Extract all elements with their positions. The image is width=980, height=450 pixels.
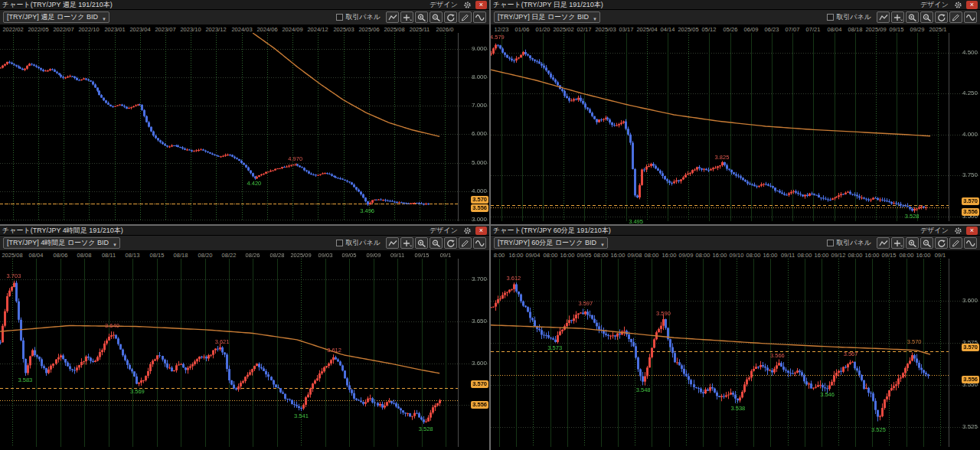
price-annotation-low: 3.495 (629, 219, 643, 224)
wave-button[interactable] (964, 11, 977, 23)
trade-panel-checkbox[interactable] (336, 14, 343, 21)
refresh-button[interactable] (444, 11, 457, 23)
x-axis-label: 2022/02 (2, 26, 23, 33)
add-button[interactable] (400, 11, 413, 23)
zoom-out-button[interactable] (430, 11, 443, 23)
zoom-out-button[interactable] (920, 237, 933, 249)
price-annotation-low: 3.528 (905, 214, 920, 220)
y-axis-label: 7.000 (472, 103, 487, 109)
zigzag-button[interactable] (877, 237, 890, 249)
x-axis-label: 08/20 (198, 252, 213, 259)
y-axis-label: 3.525 (962, 424, 978, 430)
add-button[interactable] (891, 11, 904, 23)
gear-icon[interactable] (953, 226, 962, 235)
gear-icon[interactable] (462, 0, 472, 9)
price-annotation-ma: 3.570 (907, 339, 922, 345)
x-axis-label: 09/09 (367, 252, 381, 259)
price-annotation-high: 4.970 (288, 156, 302, 162)
design-button[interactable]: デザイン (430, 0, 458, 10)
zigzag-button[interactable] (877, 11, 890, 23)
y-axis-label: 3.000 (472, 217, 487, 223)
zigzag-button[interactable] (386, 11, 399, 23)
refresh-button[interactable] (444, 237, 457, 249)
x-axis-label: 08:00 (594, 252, 609, 259)
add-button[interactable] (400, 237, 413, 249)
zoom-out-button[interactable] (920, 11, 933, 23)
close-button[interactable]: × (966, 227, 978, 235)
design-button[interactable]: デザイン (920, 226, 949, 236)
wave-button[interactable] (964, 237, 977, 249)
gear-icon[interactable] (953, 0, 962, 9)
trade-panel-checkbox[interactable] (336, 240, 343, 246)
wave-button[interactable] (473, 11, 486, 23)
price-annotation-high: 3.566 (770, 353, 785, 359)
pencil-button[interactable] (949, 11, 962, 23)
x-axis-label: 08/04 (29, 252, 44, 259)
symbol-timeframe-dropdown[interactable]: [TRY/JPY] 日足 ローソク BID▼ (494, 11, 600, 23)
x-axis-label: 03/17 (619, 26, 634, 33)
price-annotation-low: 3.538 (731, 406, 746, 412)
x-axis-label: 2025/08 (384, 26, 404, 33)
add-icon (403, 240, 412, 247)
pencil-button[interactable] (949, 237, 962, 249)
zoom-in-button[interactable] (415, 11, 428, 23)
trade-panel-checkbox[interactable] (827, 14, 834, 21)
x-axis-label: 2022/10 (78, 26, 99, 33)
chart-canvas[interactable] (0, 33, 489, 221)
chart-canvas[interactable] (491, 33, 980, 221)
gear-icon[interactable] (462, 226, 472, 235)
symbol-timeframe-dropdown[interactable]: [TRY/JPY] 4時間足 ローソク BID▼ (3, 237, 120, 249)
y-axis-label: 3.600 (962, 298, 978, 304)
chart-canvas[interactable] (0, 259, 489, 447)
symbol-timeframe-dropdown[interactable]: [TRY/JPY] 週足 ローソク BID▼ (3, 11, 109, 23)
x-axis-label: 2025/03 (333, 26, 354, 33)
refresh-button[interactable] (935, 11, 948, 23)
wave-button[interactable] (473, 237, 486, 249)
close-button[interactable]: × (966, 1, 978, 9)
x-axis-label: 08:00 (645, 252, 659, 259)
x-axis-label: 2024/09 (282, 26, 302, 33)
zoom-in-button[interactable] (906, 237, 919, 249)
add-icon (893, 240, 903, 247)
panel-titlebar: チャート(TRY/JPY 週足 191/210本) デザイン × (0, 0, 489, 10)
zigzag-icon (879, 240, 888, 247)
x-axis-label: 2025/08 (2, 252, 22, 259)
refresh-icon (446, 240, 456, 247)
chart-panel-daily: チャート(TRY/JPY 日足 191/210本) デザイン × [TRY/JP… (491, 0, 980, 224)
add-button[interactable] (891, 237, 904, 249)
chart-canvas[interactable] (491, 259, 980, 447)
pencil-button[interactable] (459, 237, 472, 249)
pencil-button[interactable] (459, 11, 472, 23)
zoom-in-button[interactable] (415, 237, 428, 249)
x-axis-label: 2025/1 (929, 26, 947, 33)
close-button[interactable]: × (475, 1, 487, 9)
bid-price-tag: 3.556 (962, 376, 979, 383)
symbol-timeframe-dropdown[interactable]: [TRY/JPY] 60分足 ローソク BID▼ (494, 237, 608, 249)
x-axis-label: 02/17 (577, 26, 592, 33)
design-button[interactable]: デザイン (430, 226, 458, 236)
refresh-button[interactable] (935, 237, 948, 249)
zigzag-icon (879, 14, 888, 21)
x-axis-label: 09/05 (577, 252, 592, 259)
zoom-out-button[interactable] (430, 237, 443, 249)
close-button[interactable]: × (475, 227, 487, 235)
zoom-in-button[interactable] (906, 11, 919, 23)
price-annotation-low: 3.583 (18, 377, 32, 383)
refresh-icon (937, 240, 946, 247)
trade-panel-checkbox[interactable] (827, 240, 834, 246)
x-axis-label: 08/18 (174, 252, 188, 259)
x-axis-label: 08:00 (746, 252, 761, 259)
ask-price-tag: 3.570 (471, 380, 488, 388)
x-axis-label: 09/10 (730, 252, 744, 259)
zigzag-button[interactable] (386, 237, 399, 249)
x-axis-label: 09/15 (890, 26, 904, 33)
x-axis-label: 06/23 (765, 26, 779, 33)
x-axis-label: 05/12 (702, 26, 717, 33)
ask-price-tag: 3.570 (962, 344, 979, 351)
x-axis-label: 09/04 (526, 252, 541, 259)
ask-price-tag: 3.570 (962, 197, 979, 205)
design-button[interactable]: デザイン (920, 0, 949, 10)
pencil-icon (952, 14, 961, 21)
panel-toolbar: [TRY/JPY] 日足 ローソク BID▼ 取引パネル (491, 10, 980, 25)
zigzag-icon (388, 14, 397, 21)
